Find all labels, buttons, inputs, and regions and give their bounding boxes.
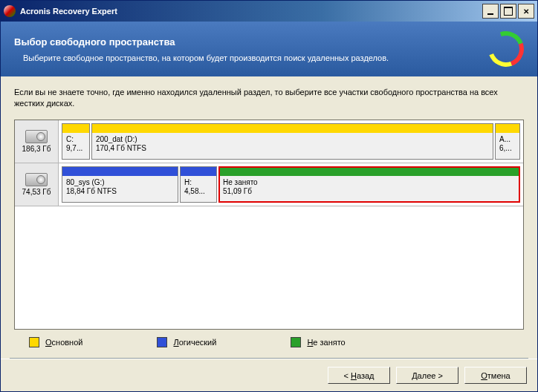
partition-bar [62,124,89,133]
wizard-footer: < Назад Далее > Отмена [1,359,537,391]
legend-primary: Основной [29,337,82,347]
wizard-banner: Выбор свободного пространства Выберите с… [1,22,537,76]
titlebar: Acronis Recovery Expert [1,1,537,22]
minimize-button[interactable] [482,4,499,19]
partition-c[interactable]: C: 9,7... [62,123,90,160]
partition-label: 80_sys (G:) 18,84 Гб NTFS [62,176,178,202]
partition-label: H: 4,58... [181,176,216,202]
partition-strip: C: 9,7... 200_dat (D:) 170,4 Гб NTFS [59,120,523,163]
partition-strip: 80_sys (G:) 18,84 Гб NTFS H: 4,58... [59,163,523,206]
legend-logical: Логический [157,337,216,347]
disk-map: 186,3 Гб C: 9,7... 200_dat (D:) [14,120,524,330]
hdd-icon [25,130,48,143]
swatch-icon [157,337,167,347]
partition-label: 200_dat (D:) 170,4 Гб NTFS [92,133,493,159]
partition-bar [181,167,216,176]
partition-unallocated[interactable]: Не занято 51,09 Гб [218,166,520,203]
disk-header: 74,53 Гб [15,163,59,206]
partition-bar [219,167,519,176]
partition-bar [496,124,519,133]
window-title: Acronis Recovery Expert [20,7,117,16]
disk-size: 74,53 Гб [22,188,51,196]
partition-h[interactable]: H: 4,58... [180,166,217,203]
disk-header: 186,3 Гб [15,120,59,163]
recycle-icon [482,28,524,70]
disk-size: 186,3 Гб [22,145,51,153]
partition-bar [62,167,178,176]
close-button[interactable] [518,4,534,19]
partition-d[interactable]: 200_dat (D:) 170,4 Гб NTFS [91,123,493,160]
back-button[interactable]: < Назад [328,367,390,384]
page-subtitle: Выберите свободное пространство, на кото… [14,53,482,62]
partition-label: C: 9,7... [62,133,89,159]
content-area: Если вы не знаете точно, где именно нахо… [1,76,537,358]
page-title: Выбор свободного пространства [14,36,482,48]
partition-label: A... 6,... [496,133,519,159]
intro-text: Если вы не знаете точно, где именно нахо… [14,87,524,109]
disk-row: 74,53 Гб 80_sys (G:) 18,84 Гб NTFS H: [15,163,523,206]
hdd-icon [25,173,48,186]
swatch-icon [291,337,301,347]
disk-row: 186,3 Гб C: 9,7... 200_dat (D:) [15,120,523,163]
maximize-button[interactable] [500,4,516,19]
partition-bar [92,124,493,133]
cancel-button[interactable]: Отмена [464,367,527,384]
legend: Основной Логический Не занято [14,330,524,355]
next-button[interactable]: Далее > [396,367,458,384]
swatch-icon [29,337,39,347]
partition-g[interactable]: 80_sys (G:) 18,84 Гб NTFS [62,166,178,203]
legend-unallocated: Не занято [291,337,345,347]
partition-label: Не занято 51,09 Гб [219,176,519,202]
app-window: Acronis Recovery Expert Выбор свободного… [0,0,538,392]
app-icon [4,5,16,17]
partition-a[interactable]: A... 6,... [495,123,520,160]
